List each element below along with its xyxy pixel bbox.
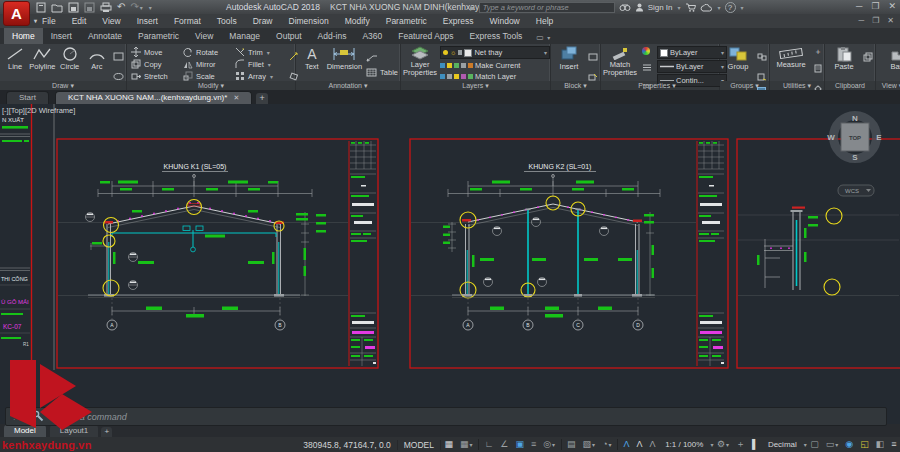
- menu-express[interactable]: Express: [435, 16, 482, 26]
- text-tool[interactable]: A Text: [299, 45, 325, 71]
- polyline-tool[interactable]: Polyline: [29, 45, 55, 71]
- command-input[interactable]: [56, 411, 882, 423]
- command-line[interactable]: ⋮⋮ ▾: [5, 407, 887, 426]
- a360-cloud-icon[interactable]: [700, 0, 713, 16]
- annotation-visibility-icon[interactable]: Λ: [620, 437, 633, 452]
- menu-parametric[interactable]: Parametric: [378, 16, 435, 26]
- create-block-icon[interactable]: [588, 47, 598, 65]
- app-store-cart-icon[interactable]: [685, 0, 696, 16]
- viewcube[interactable]: N S W E TOP WCS: [827, 114, 882, 196]
- line-tool[interactable]: Line: [2, 45, 28, 71]
- infer-constraints-icon[interactable]: ∟: [481, 437, 497, 452]
- tab-manage[interactable]: Manage: [221, 28, 268, 44]
- tab-output[interactable]: Output: [268, 28, 310, 44]
- tab-featured-apps[interactable]: Featured Apps: [390, 28, 461, 44]
- object-snap-icon[interactable]: ▧▾: [579, 437, 599, 452]
- match-properties-button[interactable]: Match Properties: [603, 45, 637, 77]
- layer-icon[interactable]: [454, 74, 459, 79]
- ellipse-tool-icon[interactable]: [113, 67, 124, 85]
- search-input[interactable]: [479, 2, 615, 13]
- open-file-icon[interactable]: [51, 2, 63, 13]
- save-icon[interactable]: [68, 2, 79, 13]
- layer-icon[interactable]: [447, 74, 452, 79]
- stretch-tool[interactable]: Stretch: [131, 71, 183, 81]
- filter-icon[interactable]: ◱: [857, 437, 873, 452]
- insert-block-button[interactable]: Insert: [554, 45, 584, 71]
- menu-edit[interactable]: Edit: [64, 16, 95, 26]
- menu-help[interactable]: Help: [528, 16, 561, 26]
- fillet-tool[interactable]: Fillet▾: [235, 59, 287, 69]
- annotation-monitor-icon[interactable]: ＋: [732, 437, 748, 452]
- object-color-dropdown[interactable]: ByLayer ▾: [657, 46, 727, 59]
- trim-tool[interactable]: Trim▾: [235, 47, 287, 57]
- isodraft-icon[interactable]: ◎▾: [540, 437, 559, 452]
- quick-properties-icon[interactable]: ▢: [807, 437, 823, 452]
- paste-button[interactable]: Paste: [829, 45, 859, 71]
- isolate-objects-icon[interactable]: ▌: [748, 437, 761, 452]
- maximize-icon[interactable]: ❐: [871, 1, 879, 11]
- new-tab-button[interactable]: +: [256, 93, 268, 104]
- fullscreen-icon[interactable]: ◧: [872, 437, 888, 452]
- rectangle-tool-icon[interactable]: [113, 47, 124, 65]
- chevron-down-icon[interactable]: ▾: [741, 4, 744, 11]
- transparency-icon[interactable]: ◔▾: [599, 437, 615, 452]
- group-button[interactable]: Group: [723, 45, 753, 71]
- collapse-search-icon[interactable]: ▶: [470, 4, 475, 11]
- tab-addins[interactable]: Add-ins: [310, 28, 355, 44]
- array-tool[interactable]: Array▾: [235, 71, 287, 81]
- coordinates-display[interactable]: 380945.8, 47164.7, 0.0: [297, 440, 396, 450]
- annotation-scale-icon[interactable]: Λ: [646, 437, 659, 452]
- doc-restore-icon[interactable]: ❐: [872, 16, 879, 25]
- table-tool[interactable]: Table: [366, 68, 398, 77]
- move-tool[interactable]: Move: [131, 47, 183, 57]
- units-display[interactable]: Decimal: [762, 440, 803, 449]
- ungroup-icon[interactable]: [757, 47, 767, 65]
- menu-modify[interactable]: Modify: [337, 16, 378, 26]
- menu-tools[interactable]: Tools: [209, 16, 245, 26]
- grid-icon[interactable]: ▦: [441, 437, 457, 452]
- model-viewport[interactable]: N XUẤT THI CÔNG Ủ GỖ MÁI KC-07 R1: [0, 104, 900, 437]
- search-binoculars-icon[interactable]: [619, 0, 631, 16]
- save-as-icon[interactable]: [84, 2, 95, 13]
- qat-customize-icon[interactable]: ▾: [149, 4, 152, 11]
- tab-a360[interactable]: A360: [354, 28, 390, 44]
- color-wheel-icon[interactable]: [642, 47, 650, 55]
- viewcube-south[interactable]: S: [852, 153, 858, 162]
- plot-icon[interactable]: [100, 2, 112, 13]
- layer-icon[interactable]: [461, 63, 466, 68]
- help-icon[interactable]: ?: [725, 2, 736, 13]
- menu-file[interactable]: File: [34, 16, 64, 26]
- lineweight-dropdown[interactable]: ByLayer ▾: [657, 60, 727, 73]
- menu-window[interactable]: Window: [482, 16, 528, 26]
- tab-parametric[interactable]: Parametric: [130, 28, 187, 44]
- menu-view[interactable]: View: [94, 16, 128, 26]
- base-view-button[interactable]: Base: [884, 45, 900, 71]
- viewcube-west[interactable]: W: [827, 133, 835, 142]
- object-snap-tracking-icon[interactable]: ▤: [564, 437, 580, 452]
- tab-annotate[interactable]: Annotate: [80, 28, 130, 44]
- leader-icon[interactable]: [366, 48, 398, 66]
- tab-close-icon[interactable]: ✕: [233, 94, 239, 101]
- menu-dimension[interactable]: Dimension: [281, 16, 337, 26]
- polar-tracking-icon[interactable]: ≡: [527, 437, 539, 452]
- tab-insert[interactable]: Insert: [43, 28, 80, 44]
- viewport-controls-label[interactable]: [-][Top][2D Wireframe]: [2, 106, 75, 115]
- model-space-button[interactable]: MODEL: [397, 440, 441, 450]
- clean-screen-icon[interactable]: ◉: [842, 437, 857, 452]
- menu-insert[interactable]: Insert: [129, 16, 166, 26]
- measure-button[interactable]: Measure: [773, 45, 809, 69]
- copy-tool[interactable]: Copy: [131, 59, 183, 69]
- quick-select-icon[interactable]: ＋: [814, 47, 822, 57]
- tab-view[interactable]: View: [187, 28, 221, 44]
- close-icon[interactable]: ✕: [888, 1, 896, 11]
- circle-tool[interactable]: Circle: [57, 45, 83, 71]
- layer-icon[interactable]: [461, 74, 466, 79]
- new-file-icon[interactable]: [36, 2, 46, 13]
- autoscale-icon[interactable]: Λ: [633, 437, 646, 452]
- mirror-tool[interactable]: Mirror: [183, 59, 235, 69]
- sign-in-button[interactable]: Sign In: [648, 3, 673, 12]
- doc-close-icon[interactable]: ✕: [887, 16, 894, 25]
- menu-format[interactable]: Format: [166, 16, 209, 26]
- app-menu-button[interactable]: A▾: [3, 1, 30, 26]
- layer-icon[interactable]: [468, 63, 473, 68]
